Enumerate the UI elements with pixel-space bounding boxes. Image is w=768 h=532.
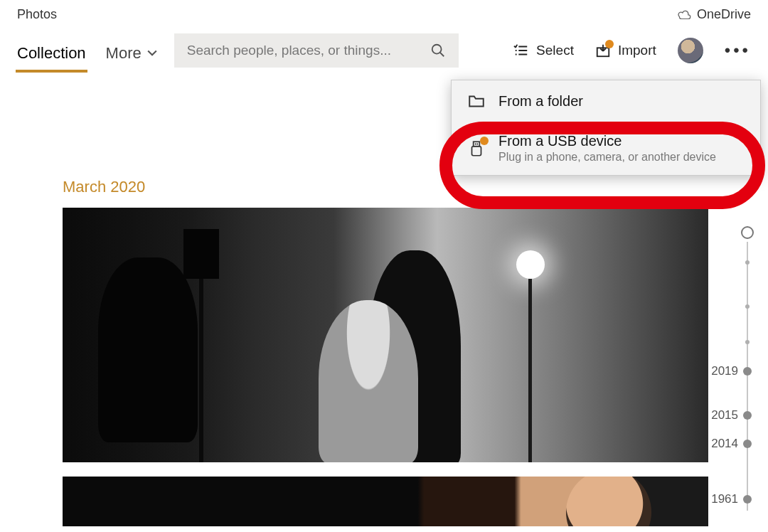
svg-rect-3 [474, 142, 480, 147]
tab-more-label: More [106, 44, 142, 63]
photo-thumbnail-2[interactable] [63, 477, 708, 526]
search-box[interactable] [174, 33, 459, 68]
app-title: Photos [17, 7, 57, 22]
onedrive-label: OneDrive [697, 7, 751, 22]
import-from-folder[interactable]: From a folder [452, 80, 760, 122]
import-label: Import [618, 43, 656, 58]
import-folder-label: From a folder [498, 93, 583, 110]
usb-badge-icon [480, 137, 489, 145]
cloud-icon [677, 9, 691, 19]
timeline-year-label[interactable]: 2015 [711, 408, 738, 422]
timeline-tick [745, 304, 750, 309]
timeline-year-label[interactable]: 2019 [711, 364, 738, 378]
onedrive-status[interactable]: OneDrive [677, 7, 751, 22]
import-usb-label: From a USB device [498, 133, 716, 149]
svg-line-1 [439, 53, 444, 57]
timeline-year-label[interactable]: 1961 [711, 492, 738, 506]
timeline-tick [745, 340, 750, 344]
more-options-button[interactable]: ••• [725, 41, 751, 60]
month-header[interactable]: March 2020 [63, 178, 710, 196]
timeline-current-marker[interactable] [741, 226, 754, 239]
select-button[interactable]: Select [513, 43, 574, 58]
folder-icon [467, 92, 486, 110]
select-icon [513, 43, 529, 58]
tab-collection[interactable]: Collection [17, 44, 86, 73]
import-icon [595, 43, 611, 58]
import-badge-icon [605, 40, 614, 48]
search-input[interactable] [187, 43, 420, 58]
timeline-year-marker[interactable] [743, 367, 752, 376]
timeline-year-marker[interactable] [743, 495, 752, 504]
import-button[interactable]: Import [595, 43, 656, 58]
usb-icon [467, 139, 486, 158]
svg-rect-4 [472, 146, 481, 155]
chevron-down-icon [147, 48, 157, 58]
svg-rect-5 [475, 143, 476, 144]
photo-thumbnail-1[interactable] [63, 208, 708, 462]
timeline-scrubber[interactable]: 2019 2015 2014 1961 [718, 226, 755, 511]
timeline-tick [745, 260, 750, 265]
collection-content: March 2020 [63, 178, 710, 526]
search-icon [430, 43, 446, 58]
timeline-year-label[interactable]: 2014 [711, 437, 738, 451]
timeline-year-marker[interactable] [743, 411, 752, 420]
timeline-track [747, 242, 748, 511]
import-usb-subtitle: Plug in a phone, camera, or another devi… [498, 151, 716, 164]
user-avatar[interactable] [678, 38, 703, 63]
select-label: Select [536, 43, 574, 58]
tab-more[interactable]: More [106, 44, 157, 73]
import-from-usb[interactable]: From a USB device Plug in a phone, camer… [452, 122, 760, 175]
import-dropdown: From a folder From a USB device Plug in … [451, 80, 761, 176]
timeline-year-marker[interactable] [743, 440, 752, 448]
svg-rect-6 [477, 143, 479, 144]
svg-point-0 [432, 45, 441, 54]
